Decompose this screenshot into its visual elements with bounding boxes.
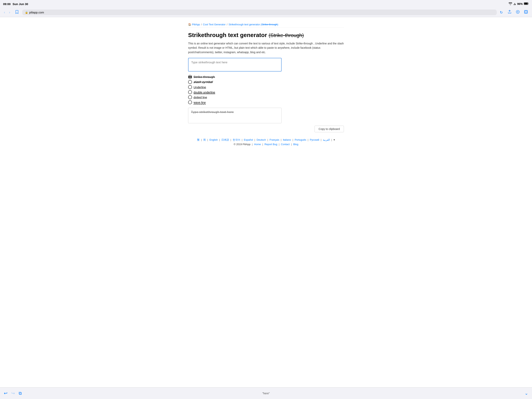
lang-traditional-chinese[interactable]: 繁 xyxy=(197,138,200,141)
lang-korean[interactable]: 한국어 xyxy=(233,138,240,141)
option-wave-label: wave line xyxy=(194,101,206,104)
option-dotted-label: dotted line xyxy=(194,96,207,99)
reload-button[interactable]: ↻ xyxy=(498,10,504,15)
radio-double-underline[interactable] xyxy=(188,90,192,94)
radio-strike[interactable] xyxy=(188,75,192,79)
back-button[interactable]: ‹ xyxy=(2,10,7,15)
lang-simplified-chinese[interactable]: 简 xyxy=(203,138,206,141)
breadcrumb-sep-2: / xyxy=(227,23,228,26)
url-text: piliapp.com xyxy=(29,11,44,14)
footer-home[interactable]: Home xyxy=(254,143,261,146)
output-text: T̶y̶p̶e̶ ̶s̶t̶r̶i̶k̶e̶t̶h̶r̶o̶u̶g̶h̶ ̶t̶… xyxy=(191,110,234,114)
copyright: © 2019 PiliApp xyxy=(234,143,250,146)
lang-japanese[interactable]: 日本語 xyxy=(222,138,229,141)
footer-report-bug[interactable]: Report Bug xyxy=(265,143,277,146)
lang-french[interactable]: Français xyxy=(270,138,279,141)
option-underline[interactable]: Underline xyxy=(188,85,344,89)
bookmarks-button[interactable] xyxy=(13,9,21,16)
radio-slash[interactable] xyxy=(188,80,192,84)
footer-languages: 繁 | 简 | English | 日本語 | 한국어 | Español | … xyxy=(192,138,340,142)
lock-icon: 🔒 xyxy=(25,11,28,14)
footer: 繁 | 简 | English | 日本語 | 한국어 | Español | … xyxy=(188,132,344,152)
address-bar[interactable]: 🔒 piliapp.com xyxy=(22,10,497,15)
page-title: Strikethrough text generator (Strike-thr… xyxy=(188,32,344,39)
share-button[interactable] xyxy=(506,9,513,16)
lang-arabic[interactable]: العربية xyxy=(323,138,330,141)
breadcrumb-cool-text[interactable]: Cool Text Generator xyxy=(203,23,226,26)
text-input[interactable] xyxy=(188,58,282,71)
status-left: 09:00 Sun Jun 30 xyxy=(3,2,28,6)
copy-button-container: Copy to clipboard xyxy=(250,126,344,132)
bottom-tabs-button[interactable]: ⧉ xyxy=(19,391,22,396)
options-list: S̶t̶r̶i̶k̶e̶-̶t̶h̶r̶o̶u̶g̶h̶ s̷l̷a̷s̷h̷ … xyxy=(188,75,344,104)
breadcrumb-home-icon: 🏠 xyxy=(188,23,191,26)
new-tab-button[interactable] xyxy=(514,9,521,16)
bottom-back-button[interactable]: ↩ xyxy=(4,391,7,396)
forward-button[interactable]: › xyxy=(7,10,12,15)
bottom-bar-center: "here" xyxy=(178,392,353,395)
breadcrumb: 🏠 PiliApp / Cool Text Generator / Strike… xyxy=(188,21,344,28)
status-right: 96% xyxy=(509,2,529,6)
footer-blog[interactable]: Blog xyxy=(293,143,298,146)
battery-level: 96% xyxy=(517,2,523,6)
page-description: This is an online text generator which c… xyxy=(188,41,344,54)
bottom-bar: ↩ ↪ ⧉ "here" ⌄ xyxy=(0,387,532,399)
option-dotted[interactable]: dotted line xyxy=(188,95,344,99)
option-underline-label: Underline xyxy=(194,85,206,89)
status-bar: 09:00 Sun Jun 30 96% xyxy=(0,0,532,8)
svg-rect-4 xyxy=(525,11,527,13)
footer-bottom: © 2019 PiliApp | Home | Report Bug | Con… xyxy=(192,143,340,146)
lang-russian[interactable]: Русский xyxy=(310,138,319,141)
breadcrumb-current[interactable]: Strikethrough text generator (Strike-thr… xyxy=(229,23,278,26)
lang-italian[interactable]: Italiano xyxy=(283,138,291,141)
status-date: Sun Jun 30 xyxy=(13,2,28,6)
lang-more[interactable]: ▾ xyxy=(334,138,335,141)
lang-portuguese[interactable]: Português xyxy=(295,138,306,141)
page-content: 🏠 PiliApp / Cool Text Generator / Strike… xyxy=(182,17,350,377)
bottom-forward-button[interactable]: ↪ xyxy=(11,391,15,396)
breadcrumb-sep-1: / xyxy=(201,23,202,26)
page-title-main: Strikethrough text generator xyxy=(188,32,269,38)
option-double-underline[interactable]: double underline xyxy=(188,90,344,94)
option-double-underline-label: double underline xyxy=(194,90,215,94)
option-strike-label: S̶t̶r̶i̶k̶e̶-̶t̶h̶r̶o̶u̶g̶h̶ xyxy=(194,75,215,79)
tabs-button[interactable] xyxy=(522,9,530,16)
option-slash-label: s̷l̷a̷s̷h̷ s̷y̷m̷b̷o̷l̷ xyxy=(194,80,213,84)
signal-icon xyxy=(513,2,516,6)
radio-wave[interactable] xyxy=(188,100,192,104)
battery-icon xyxy=(524,2,529,6)
svg-rect-1 xyxy=(524,3,528,5)
bottom-text: "here" xyxy=(262,392,270,395)
option-wave[interactable]: wave line xyxy=(188,100,344,104)
breadcrumb-piliapp[interactable]: PiliApp xyxy=(192,23,200,26)
lang-german[interactable]: Deutsch xyxy=(257,138,266,141)
radio-dotted[interactable] xyxy=(188,95,192,99)
page-title-suffix: (Strike-through) xyxy=(269,32,304,38)
nav-buttons: ‹ › xyxy=(2,10,12,15)
bottom-bar-left: ↩ ↪ ⧉ xyxy=(4,391,178,396)
bottom-bar-right: ⌄ xyxy=(354,391,528,396)
status-time: 09:00 xyxy=(3,2,11,6)
wifi-icon xyxy=(509,2,512,6)
option-strike[interactable]: S̶t̶r̶i̶k̶e̶-̶t̶h̶r̶o̶u̶g̶h̶ xyxy=(188,75,344,79)
footer-contact[interactable]: Contact xyxy=(281,143,290,146)
copy-to-clipboard-button[interactable]: Copy to clipboard xyxy=(315,126,344,132)
radio-underline[interactable] xyxy=(188,85,192,89)
bottom-scroll-down[interactable]: ⌄ xyxy=(525,391,528,396)
browser-chrome: ‹ › 🔒 piliapp.com ↻ xyxy=(0,8,532,17)
output-area: T̶y̶p̶e̶ ̶s̶t̶r̶i̶k̶e̶t̶h̶r̶o̶u̶g̶h̶ ̶t̶… xyxy=(188,108,282,123)
browser-actions xyxy=(506,9,530,16)
lang-spanish[interactable]: Español xyxy=(244,138,253,141)
lang-english[interactable]: English xyxy=(209,138,218,141)
option-slash[interactable]: s̷l̷a̷s̷h̷ s̷y̷m̷b̷o̷l̷ xyxy=(188,80,344,84)
